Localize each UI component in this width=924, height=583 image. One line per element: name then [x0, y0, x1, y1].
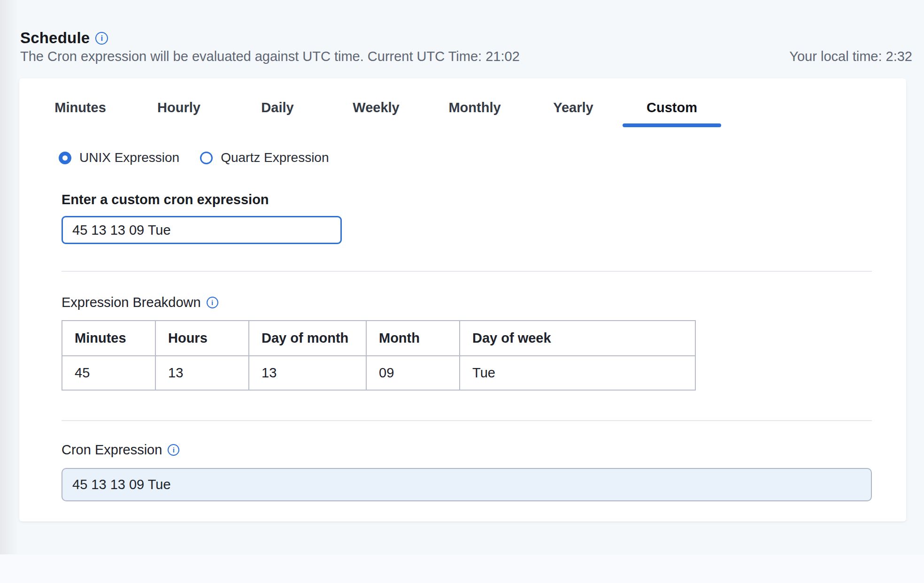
column-header-day-of-month: Day of month [249, 321, 366, 356]
expression-breakdown-label: Expression Breakdown [62, 295, 201, 310]
table-row: 45 13 13 09 Tue [62, 356, 695, 390]
divider [62, 271, 872, 272]
local-time-label: Your local time: 2:32 [789, 49, 912, 64]
column-header-minutes: Minutes [62, 321, 155, 356]
expression-breakdown-table: Minutes Hours Day of month Month Day of … [62, 320, 696, 391]
tab-weekly[interactable]: Weekly [327, 92, 425, 127]
table-header-row: Minutes Hours Day of month Month Day of … [62, 321, 695, 356]
cell-day-of-month: 13 [249, 356, 366, 390]
page-title: Schedule [20, 29, 90, 47]
bottom-background-strip [0, 554, 924, 583]
tab-yearly[interactable]: Yearly [524, 92, 623, 127]
custom-cron-input-label: Enter a custom cron expression [62, 192, 269, 207]
schedule-tabs: Minutes Hourly Daily Weekly Monthly Year… [31, 92, 721, 127]
custom-cron-input[interactable] [62, 216, 342, 244]
radio-unix-expression[interactable]: UNIX Expression [59, 150, 179, 165]
tab-minutes[interactable]: Minutes [31, 92, 130, 127]
divider [62, 420, 872, 421]
radio-selected-icon[interactable] [59, 152, 71, 164]
tab-custom[interactable]: Custom [623, 92, 721, 127]
tab-monthly[interactable]: Monthly [425, 92, 524, 127]
schedule-card: Minutes Hourly Daily Weekly Monthly Year… [19, 78, 906, 522]
column-header-day-of-week: Day of week [460, 321, 695, 356]
cell-month: 09 [366, 356, 460, 390]
cron-expression-heading: Cron Expression i [62, 442, 179, 458]
radio-quartz-expression[interactable]: Quartz Expression [200, 150, 329, 165]
schedule-header: Schedule i The Cron expression will be e… [20, 29, 912, 47]
left-edge-shadow [0, 0, 19, 583]
cron-expression-readonly-field[interactable] [62, 468, 872, 501]
tab-hourly[interactable]: Hourly [130, 92, 228, 127]
utc-time-note: The Cron expression will be evaluated ag… [20, 49, 520, 64]
info-icon[interactable]: i [207, 297, 218, 308]
cell-day-of-week: Tue [460, 356, 695, 390]
info-icon[interactable]: i [95, 32, 108, 45]
expression-breakdown-heading: Expression Breakdown i [62, 295, 218, 310]
column-header-hours: Hours [155, 321, 249, 356]
cron-expression-label: Cron Expression [62, 442, 162, 458]
column-header-month: Month [366, 321, 460, 356]
tab-daily[interactable]: Daily [228, 92, 327, 127]
radio-unselected-icon[interactable] [200, 152, 213, 164]
info-icon[interactable]: i [168, 444, 179, 456]
cell-hours: 13 [155, 356, 249, 390]
cell-minutes: 45 [62, 356, 155, 390]
expression-type-radio-group: UNIX Expression Quartz Expression [59, 150, 329, 165]
